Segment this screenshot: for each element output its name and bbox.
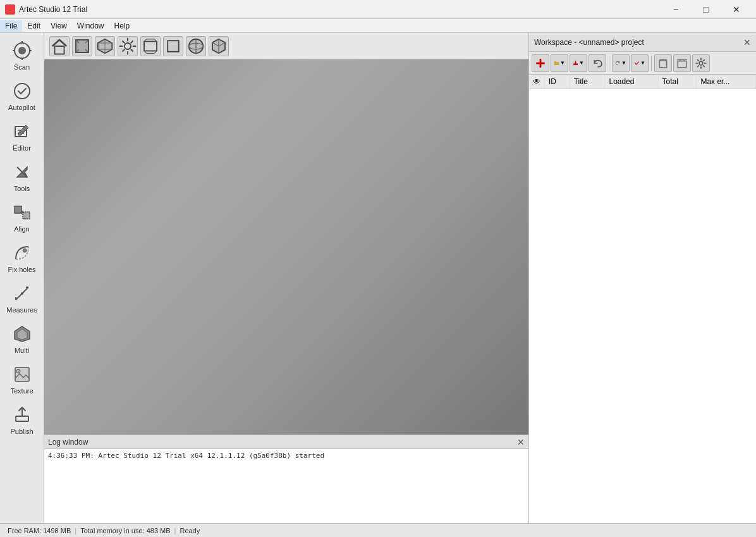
app-title: Artec Studio 12 Trial: [19, 5, 661, 14]
sidebar-label-align: Align: [14, 225, 29, 233]
col-total: Total: [658, 75, 697, 89]
ortho-button[interactable]: [163, 36, 183, 56]
svg-rect-23: [55, 46, 64, 54]
sidebar-label-multi: Multi: [15, 347, 29, 354]
sidebar: ScanAutopilotEditorToolsAlignFix holesMe…: [0, 33, 44, 523]
ws-add-button[interactable]: [532, 54, 549, 72]
sidebar-item-multi[interactable]: Multi: [1, 319, 43, 358]
sidebar-label-texture: Texture: [10, 387, 33, 395]
col-maxer: Max er...: [697, 75, 756, 89]
autopilot-icon: [11, 80, 34, 102]
align-icon: [11, 201, 34, 224]
svg-point-21: [16, 369, 20, 373]
workspace-panel: Workspace - <unnamed> project ✕ ▼▼▼▼ 👁 I…: [528, 33, 756, 523]
multi-icon: [11, 323, 34, 345]
perspective-button[interactable]: [140, 36, 161, 56]
workspace-close-button[interactable]: ✕: [743, 37, 751, 47]
maximize-button[interactable]: □: [692, 0, 721, 19]
statusbar: Free RAM: 1498 MB | Total memory in use:…: [0, 523, 756, 537]
svg-point-17: [21, 292, 23, 295]
titlebar: Artec Studio 12 Trial − □ ✕: [0, 0, 756, 19]
menu-item-view[interactable]: View: [46, 20, 72, 32]
fix-holes-icon: [11, 242, 34, 264]
measures-icon: [11, 282, 34, 305]
svg-point-25: [125, 43, 131, 49]
ws-import-button[interactable]: ▼: [570, 54, 587, 72]
tools-icon: [11, 161, 34, 183]
col-id: ID: [545, 75, 570, 89]
home-view-button[interactable]: [49, 36, 70, 56]
menu-item-file[interactable]: File: [0, 20, 22, 32]
workspace-title: Workspace - <unnamed> project: [534, 38, 644, 47]
sidebar-label-fix-holes: Fix holes: [8, 266, 35, 273]
cube-view-button[interactable]: [209, 36, 229, 56]
viewport-toolbar: [44, 33, 528, 59]
svg-rect-32: [659, 60, 666, 67]
workspace-header: Workspace - <unnamed> project ✕: [529, 33, 756, 52]
svg-rect-26: [144, 41, 157, 51]
svg-rect-36: [678, 61, 686, 67]
iso-view-button[interactable]: [95, 36, 115, 56]
ws-undo-button[interactable]: [588, 54, 606, 72]
ws-delete1-button[interactable]: [654, 54, 672, 72]
sidebar-item-publish[interactable]: Publish: [1, 400, 43, 439]
svg-rect-27: [168, 40, 179, 52]
log-content[interactable]: 4:36:33 PM: Artec Studio 12 Trial x64 12…: [44, 449, 528, 523]
menu-item-help[interactable]: Help: [109, 20, 135, 32]
sidebar-label-editor: Editor: [13, 144, 31, 152]
publish-icon: [11, 404, 34, 426]
sphere-button[interactable]: [186, 36, 206, 56]
sidebar-item-align[interactable]: Align: [1, 197, 43, 237]
menu-item-edit[interactable]: Edit: [22, 20, 46, 32]
close-button[interactable]: ✕: [722, 0, 751, 19]
log-entry: 4:36:33 PM: Artec Studio 12 Trial x64 12…: [48, 452, 525, 460]
center-area: Log window ✕ 4:36:33 PM: Artec Studio 12…: [44, 33, 528, 523]
svg-point-40: [699, 61, 703, 65]
sidebar-item-autopilot[interactable]: Autopilot: [1, 76, 43, 115]
sidebar-label-publish: Publish: [10, 428, 33, 435]
sidebar-label-measures: Measures: [6, 306, 37, 314]
svg-point-1: [18, 47, 26, 54]
ws-separator-6: [651, 56, 652, 71]
ws-delete2-button[interactable]: [673, 54, 691, 72]
ws-check-button[interactable]: ▼: [631, 54, 649, 72]
window-controls: − □ ✕: [661, 0, 751, 19]
minimize-button[interactable]: −: [661, 0, 690, 19]
light-button[interactable]: [118, 36, 138, 56]
svg-rect-22: [16, 416, 28, 421]
log-header: Log window ✕: [44, 435, 528, 449]
3d-viewport[interactable]: [44, 59, 528, 435]
ws-redo-button[interactable]: ▼: [612, 54, 630, 72]
workspace-table: 👁 ID Title Loaded Total Max er...: [529, 75, 756, 523]
workspace-toolbar: ▼▼▼▼: [529, 52, 756, 75]
sidebar-label-scan: Scan: [14, 63, 30, 71]
sidebar-item-texture[interactable]: Texture: [1, 359, 43, 398]
status-sep-2: |: [173, 527, 178, 534]
log-window: Log window ✕ 4:36:33 PM: Artec Studio 12…: [44, 435, 528, 523]
free-ram: Free RAM: 1498 MB: [5, 527, 73, 534]
col-eye: 👁: [529, 75, 545, 89]
col-title: Title: [570, 75, 605, 89]
front-view-button[interactable]: [72, 36, 92, 56]
menubar: FileEditViewWindowHelp: [0, 19, 756, 33]
texture-icon: [11, 363, 34, 386]
col-loaded: Loaded: [605, 75, 658, 89]
status-sep-1: |: [73, 527, 78, 534]
ws-separator-4: [609, 56, 609, 71]
sidebar-item-editor[interactable]: Editor: [1, 116, 43, 156]
ws-folder-button[interactable]: ▼: [551, 54, 568, 72]
log-close-button[interactable]: ✕: [517, 437, 525, 447]
status-ready: Ready: [177, 527, 202, 534]
app-icon: [5, 4, 15, 15]
svg-point-13: [23, 249, 27, 252]
total-memory: Total memory in use: 483 MB: [78, 527, 173, 534]
sidebar-item-scan[interactable]: Scan: [1, 35, 43, 75]
svg-point-6: [15, 83, 30, 99]
sidebar-item-measures[interactable]: Measures: [1, 278, 43, 318]
editor-icon: [11, 120, 34, 143]
sidebar-item-fix-holes[interactable]: Fix holes: [1, 238, 43, 277]
sidebar-label-autopilot: Autopilot: [8, 104, 35, 111]
sidebar-item-tools[interactable]: Tools: [1, 157, 43, 196]
ws-settings-button[interactable]: [692, 54, 710, 72]
menu-item-window[interactable]: Window: [72, 20, 109, 32]
